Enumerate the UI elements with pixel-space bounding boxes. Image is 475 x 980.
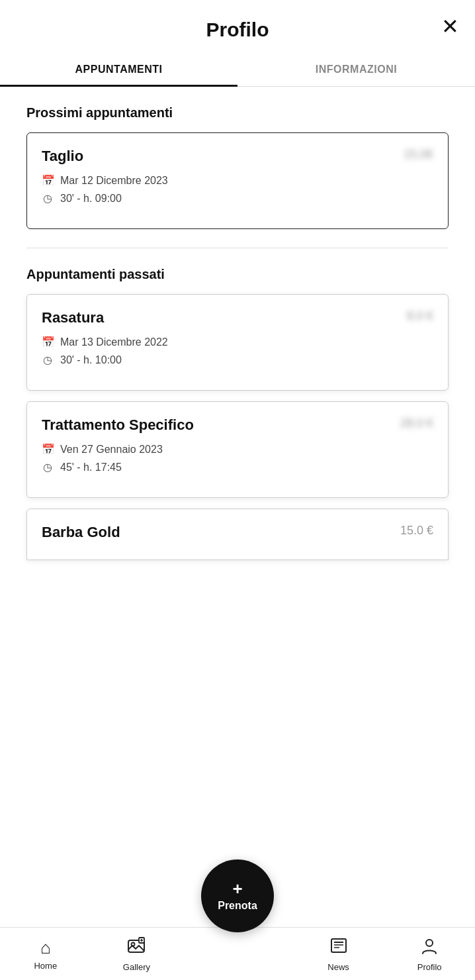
- gallery-icon: [127, 936, 146, 959]
- nav-profilo[interactable]: Profilo: [403, 936, 456, 972]
- close-button[interactable]: ✕: [441, 16, 459, 37]
- profilo-icon: [420, 936, 439, 959]
- calendar-icon: 📅: [42, 336, 54, 348]
- service-price: 15.0€: [404, 148, 433, 162]
- upcoming-title: Prossimi appuntamenti: [26, 105, 449, 121]
- tab-appuntamenti[interactable]: APPUNTAMENTI: [0, 53, 238, 86]
- service-name: Barba Gold: [42, 524, 120, 541]
- clock-icon: ◷: [42, 192, 54, 205]
- bottom-nav: ⌂ Home Gallery News: [0, 927, 475, 980]
- gallery-label: Gallery: [123, 962, 150, 972]
- appointment-card-barba[interactable]: Barba Gold 15.0 €: [26, 509, 449, 560]
- service-name: Trattamento Specifico: [42, 416, 194, 434]
- news-icon: [329, 936, 348, 959]
- profilo-label: Profilo: [417, 962, 442, 972]
- appointment-card-trattamento[interactable]: Trattamento Specifico 28.0 € 📅 Ven 27 Ge…: [26, 401, 449, 498]
- svg-rect-3: [331, 939, 346, 952]
- service-name: Taglio: [42, 148, 83, 165]
- tabs: APPUNTAMENTI INFORMAZIONI: [0, 53, 475, 87]
- past-section: Appuntamenti passati Rasatura 8.0 € 📅 Ma…: [26, 267, 449, 560]
- clock-icon: ◷: [42, 461, 54, 473]
- appointment-time: ◷ 30' - h. 09:00: [42, 192, 433, 205]
- appointment-card-rasatura[interactable]: Rasatura 8.0 € 📅 Mar 13 Dicembre 2022 ◷ …: [26, 294, 449, 391]
- tab-informazioni[interactable]: INFORMAZIONI: [238, 53, 475, 86]
- news-label: News: [327, 962, 349, 972]
- upcoming-section: Prossimi appuntamenti Taglio 15.0€ 📅 Mar…: [26, 105, 449, 229]
- service-name: Rasatura: [42, 309, 104, 326]
- calendar-icon: 📅: [42, 174, 54, 187]
- page-title: Profilo: [206, 19, 269, 41]
- appointment-card-taglio[interactable]: Taglio 15.0€ 📅 Mar 12 Dicembre 2023 ◷ 30…: [26, 132, 449, 229]
- appointment-date: 📅 Mar 13 Dicembre 2022: [42, 336, 433, 348]
- header: Profilo ✕: [0, 0, 475, 53]
- appointment-date: 📅 Ven 27 Gennaio 2023: [42, 443, 433, 456]
- service-price: 15.0 €: [400, 524, 433, 538]
- section-divider: [26, 248, 449, 248]
- prenota-button[interactable]: + Prenota: [201, 859, 274, 932]
- past-title: Appuntamenti passati: [26, 267, 449, 282]
- fab-plus-icon: +: [232, 880, 242, 897]
- appointment-date: 📅 Mar 12 Dicembre 2023: [42, 174, 433, 187]
- content: Prossimi appuntamenti Taglio 15.0€ 📅 Mar…: [0, 87, 475, 653]
- fab-label: Prenota: [218, 900, 257, 912]
- calendar-icon: 📅: [42, 443, 54, 456]
- home-icon: ⌂: [40, 938, 51, 958]
- appointment-time: ◷ 30' - h. 10:00: [42, 354, 433, 366]
- svg-point-7: [426, 940, 433, 946]
- service-price: 8.0 €: [407, 309, 433, 323]
- nav-news[interactable]: News: [312, 936, 365, 972]
- service-price: 28.0 €: [400, 416, 433, 430]
- clock-icon: ◷: [42, 354, 54, 366]
- nav-home[interactable]: ⌂ Home: [19, 938, 72, 971]
- fab-container: + Prenota: [201, 859, 274, 932]
- home-label: Home: [34, 961, 57, 971]
- nav-gallery[interactable]: Gallery: [110, 936, 163, 972]
- appointment-time: ◷ 45' - h. 17:45: [42, 461, 433, 473]
